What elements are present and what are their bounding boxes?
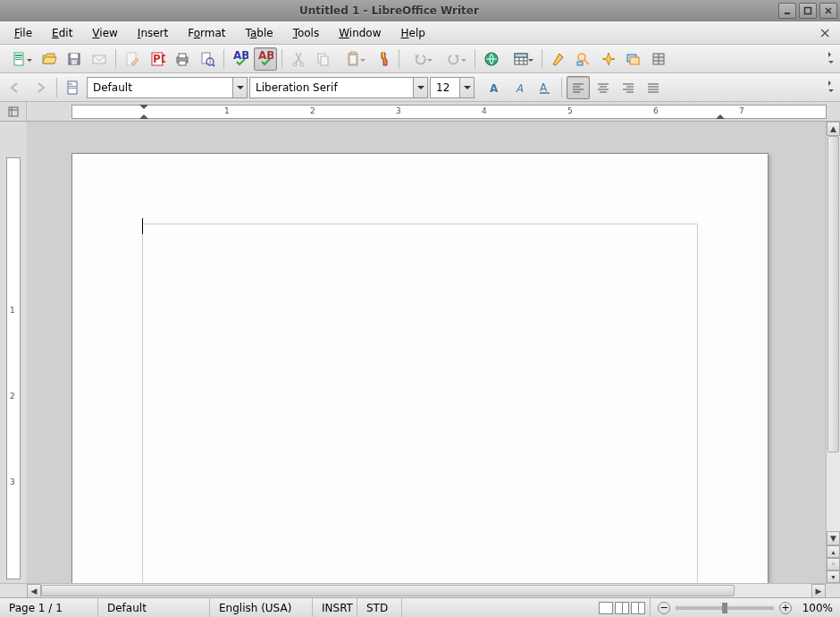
scroll-down-button[interactable]: ▼ (827, 531, 840, 545)
zoom-in-button[interactable]: + (779, 602, 792, 614)
paste-button[interactable] (337, 47, 369, 71)
ruler-label: 2 (310, 106, 315, 115)
close-document-button[interactable]: × (816, 24, 835, 41)
font-size-combo[interactable]: 12 (430, 77, 475, 98)
scroll-thumb[interactable] (41, 585, 735, 596)
cut-button[interactable] (287, 47, 310, 71)
print-preview-button[interactable] (196, 47, 219, 71)
menu-tools[interactable]: Tools (284, 24, 329, 42)
print-button[interactable] (171, 47, 194, 71)
scroll-right-button[interactable]: ▶ (811, 584, 826, 598)
svg-rect-30 (382, 53, 384, 57)
right-indent-marker[interactable] (716, 110, 725, 119)
autospellcheck-button[interactable]: ABC (254, 47, 277, 71)
svg-rect-9 (71, 54, 78, 58)
minimize-button[interactable] (778, 3, 796, 19)
scroll-up-button[interactable]: ▲ (827, 122, 840, 136)
next-page-button[interactable]: ▾ (827, 571, 840, 583)
menu-help[interactable]: Help (392, 24, 434, 42)
horizontal-scrollbar[interactable]: ◀ ▶ (0, 583, 840, 597)
svg-point-24 (300, 63, 304, 66)
align-center-button[interactable] (592, 76, 615, 99)
status-style[interactable]: Default (98, 598, 210, 617)
format-paintbrush-button[interactable] (371, 47, 394, 71)
nav-forward-button[interactable] (29, 76, 52, 99)
open-button[interactable] (38, 47, 61, 71)
edit-file-button[interactable] (121, 47, 144, 71)
svg-rect-29 (350, 52, 356, 55)
scroll-thumb[interactable] (827, 136, 839, 452)
email-button[interactable] (88, 47, 111, 71)
ruler-label: 3 (396, 106, 401, 115)
copy-button[interactable] (312, 47, 335, 71)
font-size-value: 12 (436, 81, 449, 94)
redo-button[interactable] (438, 47, 470, 71)
svg-rect-49 (69, 83, 72, 85)
left-indent-marker[interactable] (139, 110, 148, 119)
align-right-button[interactable] (617, 76, 640, 99)
spellcheck-button[interactable]: ABC (229, 47, 252, 71)
export-pdf-button[interactable]: PDF (146, 47, 169, 71)
book-view-button[interactable] (631, 602, 645, 614)
gallery-button[interactable] (622, 47, 645, 71)
close-button[interactable] (819, 3, 837, 19)
multi-page-view-button[interactable] (615, 602, 629, 614)
show-draw-functions-button[interactable] (547, 47, 570, 71)
insert-table-button[interactable] (505, 47, 537, 71)
status-insert-mode[interactable]: INSRT (313, 598, 357, 617)
italic-button[interactable]: A (508, 76, 532, 99)
horizontal-ruler[interactable]: 1 2 3 4 5 6 7 (71, 105, 827, 119)
font-name-value: Liberation Serif (256, 81, 338, 94)
toolbar-overflow-button[interactable] (826, 80, 836, 95)
status-page[interactable]: Page 1 / 1 (0, 598, 98, 617)
data-sources-button[interactable] (647, 47, 670, 71)
scroll-track[interactable] (41, 584, 811, 597)
new-document-button[interactable] (4, 47, 36, 71)
vertical-scrollbar[interactable]: ▲ ▼ ▴ ◦ ▾ (826, 122, 840, 583)
zoom-out-button[interactable]: − (658, 602, 670, 614)
page[interactable] (71, 153, 769, 583)
svg-line-20 (213, 64, 214, 66)
text-cursor (142, 218, 143, 234)
font-name-combo[interactable]: Liberation Serif (249, 77, 428, 98)
vertical-ruler[interactable]: 1 2 3 (6, 157, 21, 579)
menu-window[interactable]: Window (330, 24, 390, 42)
svg-rect-50 (69, 86, 76, 87)
previous-page-button[interactable]: ▴ (827, 545, 840, 558)
hyperlink-button[interactable] (480, 47, 503, 71)
menu-table[interactable]: Table (237, 24, 282, 42)
menu-insert[interactable]: Insert (129, 24, 177, 42)
navigation-select-button[interactable]: ◦ (827, 558, 840, 571)
menu-edit[interactable]: Edit (43, 24, 81, 42)
ruler-label: 5 (567, 106, 573, 115)
navigator-button[interactable] (597, 47, 620, 71)
save-button[interactable] (63, 47, 86, 71)
paragraph-style-combo[interactable]: Default (87, 77, 248, 98)
align-justify-button[interactable] (642, 76, 665, 99)
maximize-button[interactable] (799, 3, 817, 19)
zoom-slider-thumb[interactable] (722, 603, 727, 613)
toolbar-overflow-button[interactable] (826, 52, 836, 66)
menu-view[interactable]: View (83, 24, 126, 42)
bold-button[interactable]: A (483, 76, 507, 99)
undo-button[interactable] (404, 47, 436, 71)
zoom-slider-track[interactable] (676, 606, 774, 610)
scroll-left-button[interactable]: ◀ (27, 584, 41, 598)
find-replace-button[interactable] (572, 47, 595, 71)
single-page-view-button[interactable] (599, 602, 613, 614)
underline-button[interactable]: A (533, 76, 557, 99)
nav-back-button[interactable] (4, 76, 27, 99)
document-canvas[interactable] (27, 122, 826, 583)
status-selection-mode[interactable]: STD (357, 598, 402, 617)
status-language[interactable]: English (USA) (210, 598, 313, 617)
align-left-button[interactable] (567, 76, 590, 99)
svg-marker-41 (602, 53, 615, 65)
separator (281, 49, 282, 69)
zoom-percent[interactable]: 100% (797, 602, 833, 614)
svg-rect-51 (69, 88, 76, 89)
menu-file[interactable]: File (5, 24, 41, 42)
styles-formatting-button[interactable] (62, 76, 85, 99)
menu-format[interactable]: Format (179, 24, 234, 42)
separator (561, 78, 562, 97)
scroll-track[interactable] (827, 136, 840, 531)
